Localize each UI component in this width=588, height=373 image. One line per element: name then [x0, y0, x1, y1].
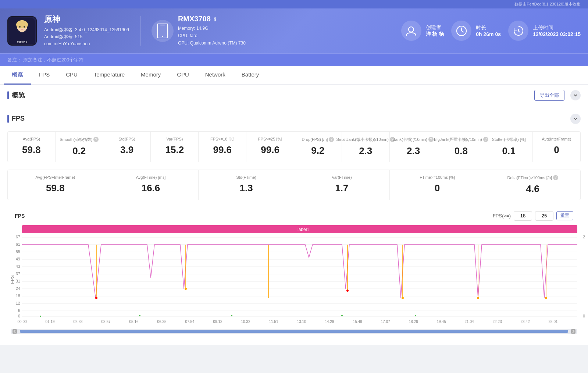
fps-stat2-cell-1: Avg(FTime) [ms]16.6 [103, 170, 199, 200]
fps-title-text: FPS [12, 115, 25, 122]
tab-overview[interactable]: 概览 [4, 66, 31, 85]
clock-icon [456, 25, 467, 37]
svg-text:0: 0 [583, 314, 585, 318]
svg-text:18:26: 18:26 [409, 320, 418, 324]
fps-stat2-value-2: 1.3 [204, 182, 288, 194]
fps-stats-row2: Avg(FPS+InterFrame)59.8Avg(FTime) [ms]16… [7, 170, 581, 200]
svg-text:61: 61 [16, 242, 20, 246]
phone-icon [157, 24, 168, 38]
fps-stat-label-11: Avg(InterFrame) [539, 137, 574, 141]
svg-point-52 [477, 297, 479, 299]
svg-text:22:23: 22:23 [492, 320, 502, 324]
fps-stat-cell-4: FPS>=18 [%]99.6 [199, 132, 246, 162]
fps-stat2-value-1: 16.6 [109, 182, 193, 194]
fps-stat2-cell-5: Delta(FTime)>100ms [/h]?4.6 [485, 170, 580, 200]
svg-text:67: 67 [16, 235, 20, 239]
device-memory: Memory: 14.9G [178, 25, 246, 32]
svg-text:55: 55 [16, 249, 20, 254]
duration-stat: 时长 0h 26m 0s [451, 21, 501, 41]
fps-stat-value-5: 99.6 [252, 144, 288, 156]
svg-text:17:07: 17:07 [381, 320, 390, 324]
help-icon2-5[interactable]: ? [553, 175, 558, 180]
chart-controls: FPS(>=) 重置 [493, 211, 573, 221]
svg-text:label1: label1 [297, 227, 309, 232]
tab-temperature[interactable]: Temperature [86, 66, 133, 85]
upload-label: 上传时间 [533, 25, 581, 31]
duration-label: 时长 [476, 25, 501, 31]
fps-stat2-label-5: Delta(FTime)>100ms [/h]? [491, 175, 574, 180]
svg-point-50 [402, 297, 404, 299]
svg-text:05:16: 05:16 [129, 320, 138, 324]
svg-point-10 [409, 27, 414, 32]
help-icon-1[interactable]: ? [93, 137, 99, 142]
fps-stat2-value-4: 0 [396, 182, 479, 194]
scroll-right-icon [571, 329, 575, 334]
meta-bar: 数据由PerfDog(8.1.230120)版本收集 [0, 0, 588, 8]
fps-stat-label-0: Avg(FPS) [14, 137, 49, 141]
app-name: 原神 [44, 14, 129, 25]
overview-section-header: 概览 导出全部 [0, 85, 588, 106]
fps-val1-input[interactable] [514, 211, 532, 221]
android-code-label: Android版本号: [44, 34, 74, 39]
device-cpu: CPU: taro [178, 32, 246, 39]
svg-text:43: 43 [16, 264, 20, 269]
export-btn[interactable]: 导出全部 [534, 90, 564, 101]
fps-chart-wrap: label1 67 61 55 49 43 37 31 [11, 224, 577, 329]
svg-text:FPS: FPS [11, 275, 15, 284]
svg-point-45 [185, 288, 187, 290]
tab-network[interactable]: Network [197, 66, 234, 85]
collapse-fps-btn[interactable] [570, 114, 581, 124]
fps-stat-cell-8: Jank(卡顿)(/10min)?2.3 [390, 132, 438, 162]
tab-cpu[interactable]: CPU [58, 66, 86, 85]
collapse-overview-btn[interactable] [570, 90, 581, 100]
fps-stat-label-10: Stutter(卡顿率) [%] [491, 137, 527, 142]
fps-stat-value-6: 9.2 [300, 145, 336, 156]
scrollbar-thumb[interactable] [20, 330, 568, 333]
fps-val2-input[interactable] [535, 211, 553, 221]
fps-stat2-cell-3: Var(FTime)1.7 [294, 170, 390, 200]
creator-icon-circle [401, 21, 421, 41]
fps-section-header: FPS [7, 114, 581, 124]
upload-value: 12/02/2023 03:02:15 [533, 31, 581, 37]
svg-text:02:38: 02:38 [73, 320, 82, 324]
tab-battery[interactable]: Battery [234, 66, 267, 85]
android-version-label: Android版本名: [44, 27, 74, 32]
tab-memory[interactable]: Memory [133, 66, 169, 85]
chart-scrollbar[interactable] [11, 329, 577, 334]
fps-stat-label-1: Smooth(稳帧指数)? [61, 137, 97, 142]
svg-rect-84 [13, 329, 17, 334]
fps-stat-label-8: Jank(卡顿)(/10min)? [396, 137, 431, 142]
svg-text:24: 24 [16, 286, 20, 291]
duration-value: 0h 26m 0s [476, 31, 501, 37]
svg-text:09:13: 09:13 [213, 320, 222, 324]
section-bar-indicator [7, 91, 9, 99]
fps-stat-cell-11: Avg(InterFrame)0 [533, 132, 580, 162]
device-info-icon: ℹ [214, 17, 216, 22]
fps-bar-indicator [7, 115, 9, 123]
svg-point-5 [19, 26, 21, 28]
tab-gpu[interactable]: GPU [169, 66, 197, 85]
fps-section-title: FPS [7, 115, 25, 123]
comment-prefix: 备注： [7, 57, 22, 63]
creator-value: 洋 杨 杨 [426, 31, 444, 38]
fps-stat-cell-3: Var(FPS)15.2 [151, 132, 199, 162]
fps-stat-value-10: 0.1 [491, 145, 527, 157]
fps-stat2-label-3: Var(FTime) [300, 175, 384, 180]
package-name: com.miHoYo.Yuanshen [44, 41, 90, 46]
fps-stat2-label-2: Std(FTime) [204, 175, 288, 180]
fps-stat-value-11: 0 [539, 144, 574, 156]
comment-text: 添加备注，不超过200个字符 [23, 57, 84, 63]
chart-reset-btn[interactable]: 重置 [556, 211, 573, 220]
fps-stat2-value-5: 4.6 [491, 183, 574, 195]
fps-stat2-cell-4: FTime>=100ms [%]0 [390, 170, 485, 200]
tab-fps[interactable]: FPS [31, 66, 58, 85]
fps-stat-label-3: Var(FPS) [157, 137, 192, 141]
help-icon-6[interactable]: ? [329, 137, 334, 142]
svg-point-57 [231, 315, 232, 316]
svg-text:11:51: 11:51 [269, 320, 278, 324]
help-icon-8[interactable]: ? [428, 137, 434, 142]
svg-point-6 [24, 26, 25, 28]
svg-text:2: 2 [583, 235, 585, 239]
svg-text:19:45: 19:45 [436, 320, 446, 324]
upload-info: 上传时间 12/02/2023 03:02:15 [533, 25, 581, 37]
